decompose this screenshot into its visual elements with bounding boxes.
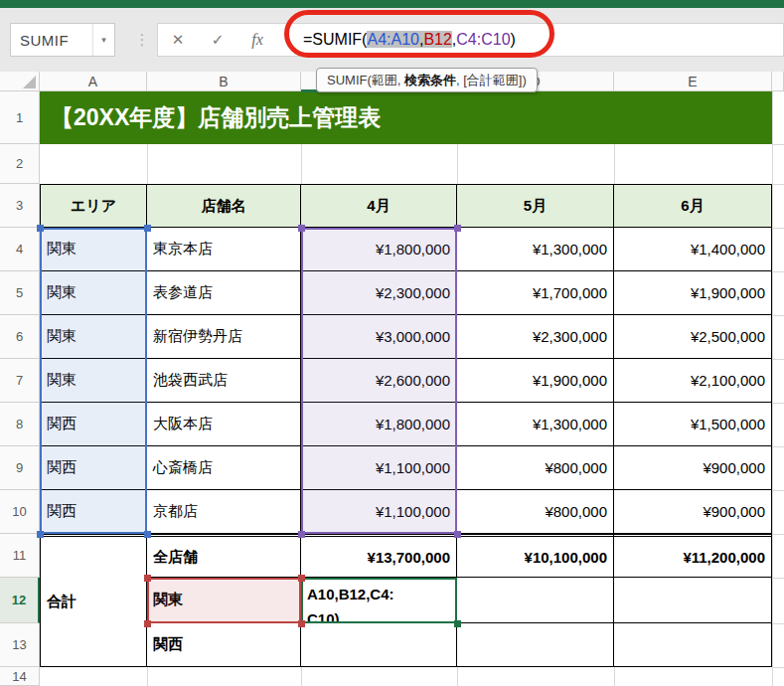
row-header-8[interactable]: 8 [0,403,40,446]
cell-april[interactable]: ¥3,000,000 [301,315,457,359]
cell-area[interactable]: 関東 [40,228,147,271]
cell-may[interactable]: ¥1,700,000 [457,271,614,315]
gridline [772,315,784,316]
table-header-cell[interactable]: エリア [40,184,147,228]
range-handle [144,575,151,582]
cell-kansai-june[interactable] [614,623,772,667]
name-box-dropdown-icon[interactable]: ▾ [92,24,114,56]
cell-total-june[interactable]: ¥11,200,000 [614,534,772,578]
cell-may[interactable]: ¥800,000 [457,446,614,490]
column-header-partial[interactable] [772,72,784,91]
tooltip-sep1: , [397,73,404,87]
sheet-title-cell[interactable]: 【20XX年度】店舗別売上管理表 [40,91,772,144]
row-header-5[interactable]: 5 [0,271,40,315]
excel-window: SUMIF ▾ ⋮ ✕ ✓ fx =SUMIF(A4:A10,B12,C4:C1… [0,0,784,686]
cell-may[interactable]: ¥800,000 [457,490,614,534]
row-header-7[interactable]: 7 [0,359,40,403]
cell-may[interactable]: ¥1,300,000 [457,403,614,446]
range-handle [298,531,305,538]
gridline [772,91,773,686]
cell-area[interactable]: 関西 [40,490,147,534]
cell-april[interactable]: ¥2,300,000 [301,271,457,315]
cell-kansai-april[interactable] [301,623,457,667]
cell-june[interactable]: ¥900,000 [614,446,772,490]
cell-may[interactable]: ¥1,300,000 [457,228,614,271]
gridline [147,144,148,184]
tooltip-arg3: 合計範囲 [467,72,519,89]
gridline [614,667,615,686]
row-header-1[interactable]: 1 [0,91,40,144]
name-box[interactable]: SUMIF ▾ [10,23,115,57]
cell-total-may[interactable]: ¥10,100,000 [457,534,614,578]
cell-area[interactable]: 関西 [40,446,147,490]
select-all-button[interactable] [0,72,40,91]
cell-store[interactable]: 心斎橋店 [147,446,301,490]
cell-kansai-label[interactable]: 関西 [147,623,301,667]
cell-june[interactable]: ¥1,900,000 [614,271,772,315]
cell-store[interactable]: 東京本店 [147,228,301,271]
enter-icon[interactable]: ✓ [198,31,237,49]
table-header-cell[interactable]: 4月 [301,184,457,228]
column-header-e[interactable]: E [614,72,772,91]
gridline [772,144,784,145]
cell-april[interactable]: ¥1,100,000 [301,446,457,490]
formula-input[interactable]: =SUMIF(A4:A10,B12,C4:C10) [303,31,516,49]
gridline [772,578,784,579]
cell-may[interactable]: ¥1,900,000 [457,359,614,403]
column-header-a[interactable]: A [40,72,147,91]
cell-sum-label[interactable]: 合計 [40,534,147,667]
row-header-12[interactable]: 12 [0,578,40,623]
cell-store[interactable]: 京都店 [147,490,301,534]
cell-area[interactable]: 関東 [40,359,147,403]
cell-total-all-label[interactable]: 全店舗 [147,534,301,578]
cell-kanto-may[interactable] [457,578,614,623]
cell-june[interactable]: ¥2,500,000 [614,315,772,359]
cell-store[interactable]: 大阪本店 [147,403,301,446]
table-header-cell[interactable]: 6月 [614,184,772,228]
cell-kansai-may[interactable] [457,623,614,667]
cell-kanto-june[interactable] [614,578,772,623]
row-header-2[interactable]: 2 [0,144,40,184]
cell-area[interactable]: 関東 [40,315,147,359]
formula-criteria: B12 [423,31,451,48]
cell-june[interactable]: ¥900,000 [614,490,772,534]
cell-area[interactable]: 関東 [40,271,147,315]
range-handle [298,225,305,232]
cell-june[interactable]: ¥2,100,000 [614,359,772,403]
insert-function-icon[interactable]: fx [237,31,277,49]
row-header-10[interactable]: 10 [0,490,40,534]
table-header-cell[interactable]: 店舗名 [147,184,301,228]
range-handle [144,225,151,232]
row-header-6[interactable]: 6 [0,315,40,359]
cell-june[interactable]: ¥1,500,000 [614,403,772,446]
cell-total-april[interactable]: ¥13,700,000 [301,534,457,578]
table-header-cell[interactable]: 5月 [457,184,614,228]
cell-may[interactable]: ¥2,300,000 [457,315,614,359]
row-header-13[interactable]: 13 [0,623,40,667]
row-header-14[interactable]: 14 [0,667,40,686]
cell-april[interactable]: ¥1,800,000 [301,228,457,271]
cell-june[interactable]: ¥1,400,000 [614,228,772,271]
column-header-b[interactable]: B [147,72,301,91]
row-header-11[interactable]: 11 [0,534,40,578]
row-header-4[interactable]: 4 [0,228,40,271]
range-handle [144,531,151,538]
cell-april[interactable]: ¥1,100,000 [301,490,457,534]
gridline [772,623,784,624]
range-handle [298,575,305,582]
row-header-9[interactable]: 9 [0,446,40,490]
cell-april[interactable]: ¥1,800,000 [301,403,457,446]
gridline [772,490,784,491]
tooltip-sep2: , [ [456,73,467,87]
cell-april[interactable]: ¥2,600,000 [301,359,457,403]
cell-store[interactable]: 表参道店 [147,271,301,315]
cell-store[interactable]: 新宿伊勢丹店 [147,315,301,359]
editing-cell[interactable]: A10,B12,C4: C10) [301,578,457,623]
range-handle [37,225,44,232]
row-header-3[interactable]: 3 [0,184,40,228]
cell-store[interactable]: 池袋西武店 [147,359,301,403]
cell-area[interactable]: 関西 [40,403,147,446]
formula-bar[interactable]: ✕ ✓ fx =SUMIF(A4:A10,B12,C4:C10) [157,23,784,57]
cell-kanto-label[interactable]: 関東 [147,578,301,623]
cancel-icon[interactable]: ✕ [158,31,198,49]
